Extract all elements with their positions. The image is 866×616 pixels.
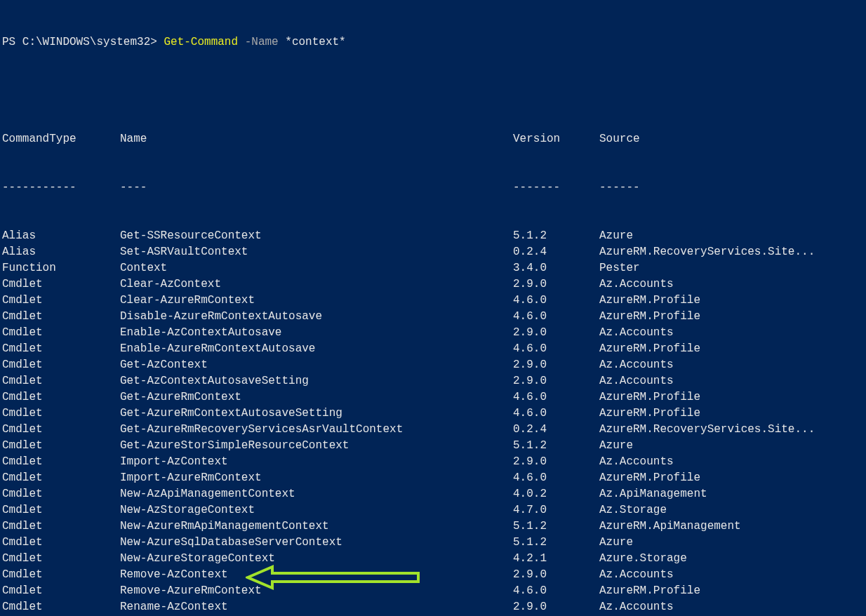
cell-type: Function xyxy=(2,260,120,276)
cell-name: Clear-AzureRmContext xyxy=(120,293,513,309)
arg-token: *context* xyxy=(285,36,345,48)
cell-type: Cmdlet xyxy=(2,502,120,518)
cell-version: 2.9.0 xyxy=(513,276,599,293)
cell-name: Get-AzContextAutosaveSetting xyxy=(120,373,513,389)
cell-source: AzureRM.Profile xyxy=(599,583,700,599)
cell-source: Pester xyxy=(599,260,640,276)
cell-version: 5.1.2 xyxy=(513,518,599,535)
header-dash-row: ---------------------------- xyxy=(2,180,866,196)
cell-source: AzureRM.RecoveryServices.Site... xyxy=(599,422,815,438)
cell-name: New-AzureSqlDatabaseServerContext xyxy=(120,535,513,551)
cell-name: New-AzApiManagementContext xyxy=(120,486,513,502)
cell-name: Clear-AzContext xyxy=(120,276,513,293)
cell-version: 4.6.0 xyxy=(513,406,599,422)
cell-source: AzureRM.RecoveryServices.Site... xyxy=(599,244,815,260)
table-row[interactable]: CmdletGet-AzureRmContext4.6.0AzureRM.Pro… xyxy=(2,389,866,406)
table-row[interactable]: CmdletGet-AzureRmContextAutosaveSetting4… xyxy=(2,406,866,422)
table-row[interactable]: CmdletRemove-AzureRmContext4.6.0AzureRM.… xyxy=(2,583,866,599)
cell-version: 4.0.2 xyxy=(513,486,599,502)
table-row[interactable]: CmdletEnable-AzureRmContextAutosave4.6.0… xyxy=(2,341,866,357)
cell-name: New-AzStorageContext xyxy=(120,502,513,518)
cell-name: Import-AzureRmContext xyxy=(120,470,513,486)
cell-name: Get-AzureRmRecoveryServicesAsrVaultConte… xyxy=(120,422,513,438)
cell-version: 4.6.0 xyxy=(513,341,599,357)
cell-name: Remove-AzContext xyxy=(120,567,513,583)
cell-type: Cmdlet xyxy=(2,535,120,551)
cell-version: 4.6.0 xyxy=(513,293,599,309)
result-rows: AliasGet-SSResourceContext5.1.2AzureAlia… xyxy=(2,228,866,616)
table-row[interactable]: CmdletRemove-AzContext2.9.0Az.Accounts xyxy=(2,567,866,583)
cell-name: New-AzureRmApiManagementContext xyxy=(120,518,513,535)
table-row[interactable]: CmdletEnable-AzContextAutosave2.9.0Az.Ac… xyxy=(2,325,866,341)
cell-version: 4.6.0 xyxy=(513,389,599,406)
cell-source: Az.Accounts xyxy=(599,599,674,615)
cell-source: Az.Accounts xyxy=(599,567,674,583)
blank-line xyxy=(2,83,866,99)
cell-type: Cmdlet xyxy=(2,389,120,406)
powershell-terminal[interactable]: PS C:\WINDOWS\system32> Get-Command -Nam… xyxy=(0,0,866,616)
table-row[interactable]: FunctionContext3.4.0Pester xyxy=(2,260,866,276)
table-row[interactable]: CmdletImport-AzureRmContext4.6.0AzureRM.… xyxy=(2,470,866,486)
cell-source: Azure.Storage xyxy=(599,551,687,567)
param-token: -Name xyxy=(245,36,279,48)
cell-source: AzureRM.Profile xyxy=(599,470,700,486)
cell-source: Azure xyxy=(599,438,633,454)
cell-type: Cmdlet xyxy=(2,438,120,454)
cell-source: AzureRM.Profile xyxy=(599,293,700,309)
cell-name: Context xyxy=(120,260,513,276)
cell-type: Cmdlet xyxy=(2,276,120,293)
table-row[interactable]: CmdletDisable-AzureRmContextAutosave4.6.… xyxy=(2,309,866,325)
cell-name: Get-AzureStorSimpleResourceContext xyxy=(120,438,513,454)
cell-version: 2.9.0 xyxy=(513,599,599,615)
cell-version: 2.9.0 xyxy=(513,567,599,583)
cell-version: 2.9.0 xyxy=(513,373,599,389)
cell-source: AzureRM.Profile xyxy=(599,406,700,422)
cell-type: Cmdlet xyxy=(2,325,120,341)
cell-version: 0.2.4 xyxy=(513,244,599,260)
table-row[interactable]: CmdletNew-AzureRmApiManagementContext5.1… xyxy=(2,518,866,535)
cell-source: Azure xyxy=(599,228,633,244)
cell-name: Get-AzContext xyxy=(120,357,513,373)
table-row[interactable]: CmdletNew-AzApiManagementContext4.0.2Az.… xyxy=(2,486,866,502)
cell-name: Set-ASRVaultContext xyxy=(120,244,513,260)
table-row[interactable]: CmdletGet-AzContextAutosaveSetting2.9.0A… xyxy=(2,373,866,389)
table-row[interactable]: CmdletNew-AzStorageContext4.7.0Az.Storag… xyxy=(2,502,866,518)
cell-source: Az.Accounts xyxy=(599,276,674,293)
prompt-line[interactable]: PS C:\WINDOWS\system32> Get-Command -Nam… xyxy=(2,34,866,51)
cell-source: Az.ApiManagement xyxy=(599,486,707,502)
table-row[interactable]: CmdletImport-AzContext2.9.0Az.Accounts xyxy=(2,454,866,470)
cell-source: AzureRM.Profile xyxy=(599,341,700,357)
cell-type: Cmdlet xyxy=(2,470,120,486)
header-row: CommandTypeNameVersionSource xyxy=(2,131,866,147)
cell-name: Enable-AzContextAutosave xyxy=(120,325,513,341)
cell-version: 4.2.1 xyxy=(513,551,599,567)
cell-type: Cmdlet xyxy=(2,341,120,357)
cell-type: Cmdlet xyxy=(2,422,120,438)
table-row[interactable]: CmdletClear-AzureRmContext4.6.0AzureRM.P… xyxy=(2,293,866,309)
cell-name: New-AzureStorageContext xyxy=(120,551,513,567)
cell-name: Get-AzureRmContext xyxy=(120,389,513,406)
cell-type: Cmdlet xyxy=(2,599,120,615)
header-source: Source xyxy=(599,131,640,147)
table-row[interactable]: CmdletGet-AzureStorSimpleResourceContext… xyxy=(2,438,866,454)
cell-type: Cmdlet xyxy=(2,583,120,599)
cell-type: Cmdlet xyxy=(2,551,120,567)
table-row[interactable]: CmdletNew-AzureStorageContext4.2.1Azure.… xyxy=(2,551,866,567)
table-row[interactable]: CmdletClear-AzContext2.9.0Az.Accounts xyxy=(2,276,866,293)
cell-type: Cmdlet xyxy=(2,454,120,470)
cell-source: AzureRM.Profile xyxy=(599,389,700,406)
table-row[interactable]: CmdletRename-AzContext2.9.0Az.Accounts xyxy=(2,599,866,615)
cell-source: Azure xyxy=(599,535,633,551)
cell-type: Cmdlet xyxy=(2,406,120,422)
cell-version: 4.6.0 xyxy=(513,470,599,486)
cell-name: Enable-AzureRmContextAutosave xyxy=(120,341,513,357)
cell-source: AzureRM.Profile xyxy=(599,309,700,325)
table-row[interactable]: CmdletGet-AzureRmRecoveryServicesAsrVaul… xyxy=(2,422,866,438)
cell-type: Cmdlet xyxy=(2,293,120,309)
cell-source: Az.Accounts xyxy=(599,373,674,389)
table-row[interactable]: AliasSet-ASRVaultContext0.2.4AzureRM.Rec… xyxy=(2,244,866,260)
table-row[interactable]: CmdletGet-AzContext2.9.0Az.Accounts xyxy=(2,357,866,373)
table-row[interactable]: CmdletNew-AzureSqlDatabaseServerContext5… xyxy=(2,535,866,551)
cell-type: Alias xyxy=(2,228,120,244)
table-row[interactable]: AliasGet-SSResourceContext5.1.2Azure xyxy=(2,228,866,244)
